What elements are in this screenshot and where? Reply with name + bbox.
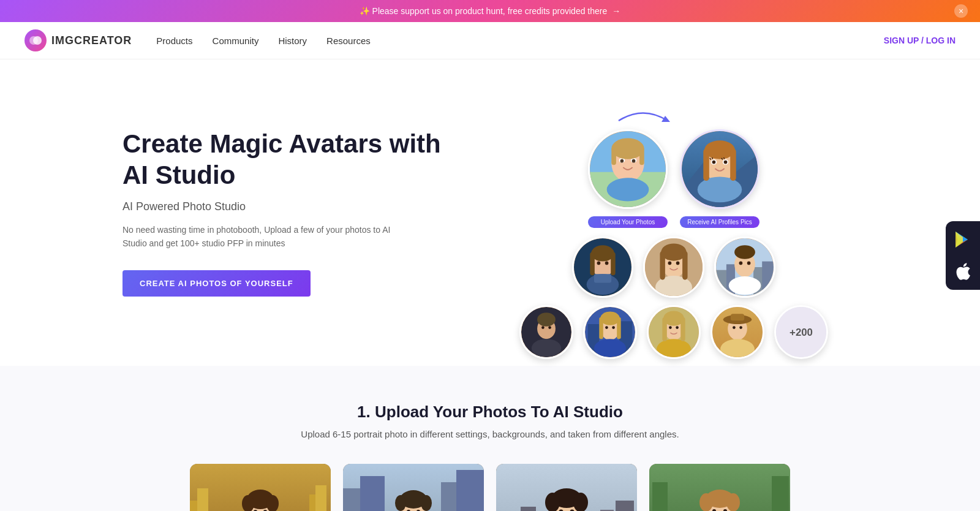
svg-text:+200: +200 [790, 327, 813, 338]
svg-marker-149 [956, 232, 963, 248]
how-it-works-section: 1. Upload Your Photos To AI Studio Uploa… [0, 366, 980, 511]
google-play-button[interactable] [952, 229, 974, 251]
svg-rect-51 [762, 262, 774, 296]
svg-rect-100 [315, 485, 326, 511]
nav-community[interactable]: Community [213, 36, 259, 46]
avatar-city [714, 237, 775, 298]
svg-point-63 [548, 326, 551, 329]
svg-rect-42 [660, 251, 665, 280]
avatar-superhero [583, 305, 637, 359]
svg-point-7 [607, 178, 649, 201]
svg-point-142 [726, 493, 740, 511]
svg-point-19 [698, 176, 742, 202]
nav-products[interactable]: Products [156, 36, 192, 46]
signup-login-button[interactable]: SIGN UP / LOG IN [884, 36, 956, 45]
avatar-dark-armor [519, 305, 573, 359]
svg-rect-136 [652, 482, 668, 511]
upload-photo-3 [496, 464, 637, 511]
svg-rect-72 [617, 317, 621, 339]
svg-point-10 [620, 159, 624, 163]
how-it-works-title: 1. Upload Your Photos To AI Studio [74, 403, 907, 422]
nav-links: Products Community History Resources [156, 36, 883, 46]
svg-rect-32 [590, 252, 595, 276]
svg-rect-71 [599, 317, 603, 339]
avatar-row-3: +200 [545, 305, 802, 359]
nav-resources[interactable]: Resources [326, 36, 371, 46]
svg-point-56 [747, 262, 751, 265]
svg-rect-127 [616, 501, 634, 511]
svg-rect-109 [343, 488, 361, 511]
svg-rect-14 [639, 148, 644, 165]
svg-point-91 [739, 326, 742, 329]
svg-rect-48 [716, 270, 728, 296]
avatar-plus-more: +200 [774, 305, 828, 359]
svg-point-118 [395, 495, 406, 511]
svg-point-55 [739, 262, 743, 265]
cta-button[interactable]: CREATE AI PHOTOS OF YOURSELF [123, 270, 311, 297]
logo-icon [24, 29, 47, 51]
svg-point-73 [605, 326, 608, 329]
svg-point-25 [712, 161, 716, 164]
avatar-grid: Upload Your Photos Receive AI Profiles P… [545, 102, 802, 323]
logo-text: IMGCREATOR [51, 34, 132, 47]
svg-point-74 [612, 326, 615, 329]
svg-marker-2 [662, 116, 670, 122]
svg-rect-13 [611, 148, 616, 165]
svg-rect-125 [521, 507, 536, 511]
hero-description: No need wasting time in photobooth, Uplo… [123, 223, 392, 251]
upload-photo-4 [649, 464, 790, 511]
svg-point-69 [594, 339, 626, 357]
svg-rect-43 [682, 251, 687, 280]
svg-point-54 [734, 245, 755, 259]
app-store-buttons [946, 221, 980, 290]
ai-photo-circle [680, 129, 760, 209]
svg-rect-21 [703, 149, 709, 181]
svg-point-1 [33, 36, 42, 45]
logo[interactable]: IMGCREATOR [24, 29, 132, 51]
how-it-works-description: Upload 6-15 portrait photo in different … [74, 429, 907, 439]
hero-section: Create Magic Avatars with AI Studio AI P… [0, 59, 980, 366]
receive-label: Receive AI Profiles Pics [680, 216, 760, 228]
avatar-desert [710, 305, 764, 359]
hero-subtitle: AI Powered Photo Studio [123, 200, 441, 213]
apple-store-button[interactable] [952, 260, 974, 282]
svg-rect-98 [197, 488, 208, 511]
svg-point-31 [591, 245, 614, 261]
svg-point-62 [541, 326, 545, 329]
svg-point-87 [720, 339, 755, 359]
avatar-labels: Upload Your Photos Receive AI Profiles P… [545, 216, 802, 228]
banner-close-button[interactable]: × [954, 4, 968, 18]
svg-point-83 [676, 326, 679, 329]
hero-content: Create Magic Avatars with AI Studio AI P… [123, 129, 441, 297]
svg-rect-110 [360, 476, 385, 511]
svg-rect-81 [680, 317, 685, 341]
top-banner: ✨ Please support us on product hunt, fre… [0, 0, 980, 22]
svg-rect-22 [730, 149, 736, 181]
avatar-elegant [643, 237, 704, 298]
svg-rect-80 [662, 317, 666, 341]
svg-point-26 [724, 161, 728, 164]
arrow-svg [612, 102, 674, 127]
nav-auth: SIGN UP / LOG IN [884, 35, 956, 46]
svg-point-60 [532, 339, 561, 357]
avatar-warrior [572, 237, 633, 298]
svg-rect-137 [772, 476, 789, 511]
nav-history[interactable]: History [278, 36, 307, 46]
svg-point-44 [668, 262, 672, 265]
upload-photo-1 [190, 464, 331, 511]
navbar: IMGCREATOR Products Community History Re… [0, 22, 980, 59]
svg-rect-89 [731, 314, 744, 320]
banner-arrow: → [612, 6, 620, 16]
hero-visual: Upload Your Photos Receive AI Profiles P… [441, 96, 907, 329]
svg-point-12 [611, 138, 644, 159]
upload-photo-grid [74, 464, 907, 511]
svg-point-90 [733, 326, 736, 329]
upload-photo-2 [343, 464, 484, 511]
svg-point-61 [537, 312, 556, 326]
svg-point-34 [597, 262, 601, 265]
svg-point-70 [600, 311, 620, 325]
hero-title: Create Magic Avatars with AI Studio [123, 129, 441, 191]
svg-point-35 [605, 262, 609, 265]
svg-point-45 [676, 262, 680, 265]
avatar-row-1 [545, 129, 802, 209]
